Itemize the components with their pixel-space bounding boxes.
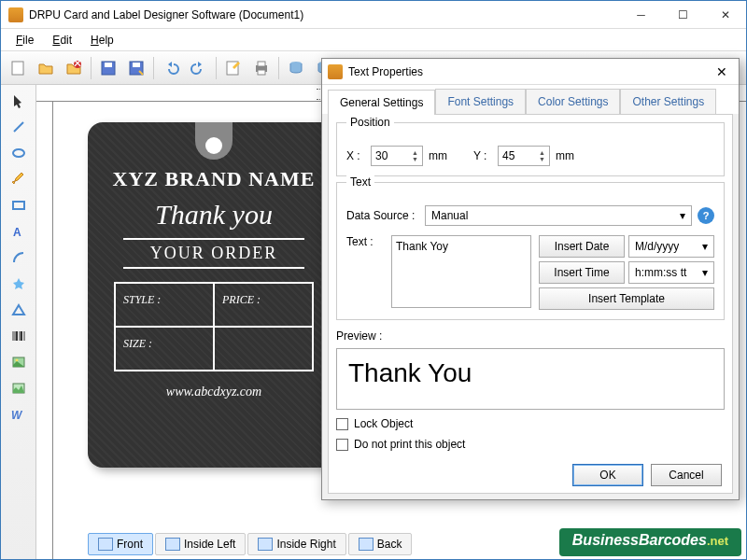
page-icon (98, 538, 113, 551)
star-tool-icon[interactable] (5, 272, 33, 296)
position-fieldset: Position X : 30▲▼ mm Y : 45▲▼ mm (336, 122, 725, 176)
card-price-label: PRICE : (215, 284, 312, 326)
undo-icon[interactable] (158, 55, 184, 81)
svg-line-15 (14, 122, 23, 132)
card-empty-cell (215, 328, 312, 370)
menu-file[interactable]: File (8, 32, 41, 49)
image-tool-icon[interactable] (5, 350, 33, 374)
lock-object-checkbox[interactable] (336, 418, 348, 430)
tab-color-settings[interactable]: Color Settings (526, 89, 620, 114)
redo-icon[interactable] (186, 55, 212, 81)
svg-rect-0 (12, 62, 23, 75)
insert-time-button[interactable]: Insert Time (539, 261, 625, 284)
svg-text:✕: ✕ (73, 60, 82, 70)
rectangle-tool-icon[interactable] (5, 193, 33, 217)
card-style-label: STYLE : (116, 284, 215, 326)
y-unit: mm (556, 149, 574, 162)
lock-object-label: Lock Object (354, 417, 413, 430)
tab-inside-right[interactable]: Inside Right (247, 533, 345, 555)
card-preview[interactable]: XYZ BRAND NAME Thank you YOUR ORDER STYL… (88, 122, 340, 468)
menu-edit[interactable]: Edit (45, 32, 79, 49)
barcode-tool-icon[interactable] (5, 324, 33, 348)
x-unit: mm (429, 149, 447, 162)
svg-rect-4 (105, 63, 112, 67)
tab-inside-left[interactable]: Inside Left (155, 533, 246, 555)
card-size-label: SIZE : (116, 328, 215, 370)
print-icon[interactable] (248, 55, 275, 81)
page-tabs: Front Inside Left Inside Right Back (88, 533, 412, 555)
card-hanger-hole (195, 122, 233, 160)
do-not-print-label: Do not print this object (354, 438, 465, 451)
close-button[interactable]: ✕ (704, 1, 746, 29)
dialog-close-button[interactable]: ✕ (711, 63, 733, 81)
dialog-title: Text Properties (348, 65, 711, 78)
card-thank-text[interactable]: Thank you (105, 199, 323, 231)
cancel-button[interactable]: Cancel (651, 464, 722, 486)
window-title: DRPU Card and Label Designer Software (D… (29, 8, 620, 21)
tab-front[interactable]: Front (88, 533, 153, 555)
tab-font-settings[interactable]: Font Settings (435, 89, 526, 114)
close-file-icon[interactable]: ✕ (61, 55, 87, 81)
arc-tool-icon[interactable] (5, 245, 33, 270)
svg-rect-10 (258, 70, 265, 75)
y-input[interactable]: 45▲▼ (498, 146, 550, 166)
insert-template-button[interactable]: Insert Template (539, 287, 714, 310)
card-info-table[interactable]: STYLE : PRICE : SIZE : (114, 282, 314, 371)
card-brand-text[interactable]: XYZ BRAND NAME (105, 167, 323, 191)
picture-tool-icon[interactable] (5, 376, 33, 400)
spinner-icon[interactable]: ▲▼ (412, 149, 418, 162)
data-source-label: Data Source : (346, 209, 419, 222)
tool-palette: A W (1, 85, 36, 559)
date-format-select[interactable]: M/d/yyyy▾ (628, 235, 714, 258)
page-icon (258, 538, 273, 551)
text-textarea[interactable]: Thank Yoy (391, 235, 531, 308)
maximize-button[interactable]: ☐ (662, 1, 704, 29)
x-label: X : (346, 149, 365, 162)
ok-button[interactable]: OK (572, 464, 643, 486)
tab-other-settings[interactable]: Other Settings (620, 89, 716, 114)
card-url-text[interactable]: www.abcdxyz.com (105, 385, 323, 399)
tab-back[interactable]: Back (348, 533, 413, 555)
dialog-icon (328, 64, 343, 79)
save-icon[interactable] (95, 55, 121, 81)
y-label: Y : (473, 149, 492, 162)
watermark: BusinessBarcodes.net (559, 528, 741, 556)
spinner-icon[interactable]: ▲▼ (539, 149, 545, 162)
new-icon[interactable] (5, 55, 31, 81)
svg-rect-17 (13, 202, 24, 209)
database-icon[interactable] (283, 55, 309, 81)
help-icon[interactable]: ? (698, 207, 714, 224)
edit-icon[interactable] (220, 55, 247, 81)
svg-text:W: W (11, 409, 23, 422)
page-icon (165, 538, 180, 551)
x-input[interactable]: 30▲▼ (371, 146, 423, 166)
line-tool-icon[interactable] (5, 115, 33, 139)
app-icon (8, 7, 23, 22)
title-bar: DRPU Card and Label Designer Software (D… (1, 1, 746, 29)
pointer-tool-icon[interactable] (5, 89, 33, 113)
time-format-select[interactable]: h:mm:ss tt▾ (628, 261, 714, 284)
open-icon[interactable] (33, 55, 59, 81)
insert-date-button[interactable]: Insert Date (539, 235, 625, 258)
text-fieldset: Text Data Source : Manual▾ ? Text : Than… (336, 182, 725, 320)
triangle-tool-icon[interactable] (5, 298, 33, 322)
text-tool-icon[interactable]: A (5, 219, 33, 244)
card-order-text[interactable]: YOUR ORDER (123, 238, 304, 269)
do-not-print-checkbox[interactable] (336, 439, 348, 451)
tab-general-settings[interactable]: General Settings (328, 90, 435, 115)
pencil-tool-icon[interactable] (5, 167, 33, 191)
chevron-down-icon: ▾ (680, 209, 685, 222)
minimize-button[interactable]: ─ (620, 1, 662, 29)
page-icon (359, 538, 374, 551)
position-legend: Position (346, 116, 394, 129)
menu-help[interactable]: Help (83, 32, 121, 49)
menu-bar: File Edit Help (1, 29, 746, 51)
vertical-ruler (36, 102, 53, 559)
text-properties-dialog: Text Properties ✕ General Settings Font … (321, 58, 740, 500)
dialog-title-bar[interactable]: Text Properties ✕ (322, 59, 739, 85)
save-as-icon[interactable] (123, 55, 149, 81)
ellipse-tool-icon[interactable] (5, 141, 33, 165)
data-source-select[interactable]: Manual▾ (425, 205, 692, 226)
wordart-tool-icon[interactable]: W (5, 402, 33, 427)
svg-point-16 (13, 149, 24, 157)
